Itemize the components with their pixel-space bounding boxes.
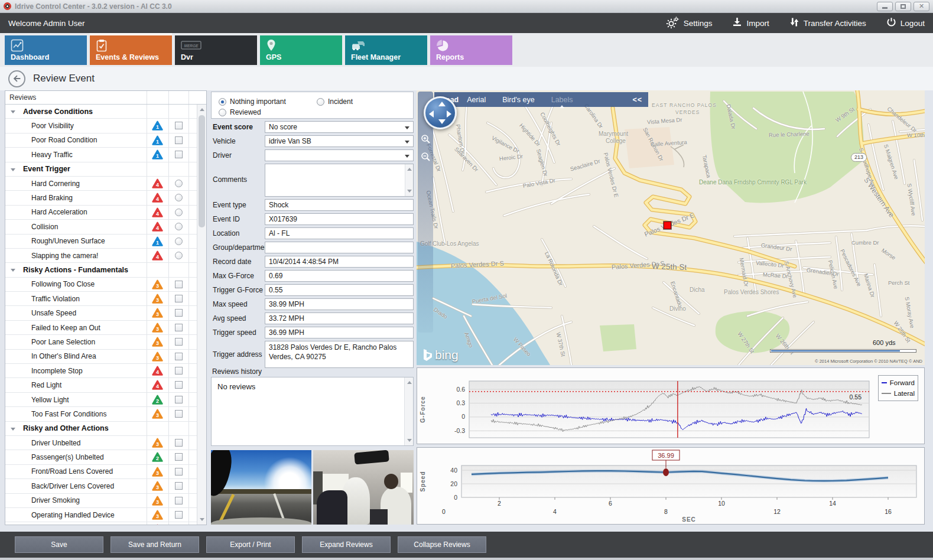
- field-driver[interactable]: [265, 149, 414, 161]
- field-comments[interactable]: [265, 164, 414, 197]
- item-checkbox[interactable]: [175, 295, 183, 302]
- scroll-up-icon[interactable]: [407, 168, 412, 171]
- pan-down-icon[interactable]: [438, 119, 446, 124]
- scrollbar-thumb[interactable]: [199, 115, 205, 227]
- nav-action-import[interactable]: Import: [732, 17, 769, 29]
- window-minimize-button[interactable]: [877, 2, 893, 11]
- field-vehicle[interactable]: idrive Van SB: [265, 135, 414, 147]
- tree-item-row[interactable]: Rough/Uneven Surface1: [5, 235, 206, 249]
- field-event-score[interactable]: No score: [265, 121, 414, 133]
- tree-item-row[interactable]: Driver Smoking3: [5, 494, 206, 508]
- nav-action-transfer-activities[interactable]: Transfer Activities: [789, 17, 866, 29]
- item-checkbox[interactable]: [175, 511, 183, 519]
- tree-group-row[interactable]: Event Trigger: [5, 162, 206, 177]
- reviews-tree-scrollbar[interactable]: [197, 105, 206, 525]
- field-event-id[interactable]: X017639: [265, 213, 414, 225]
- tree-item-row[interactable]: Poor Lane Selection3: [5, 335, 206, 349]
- reviews-history-scrollbar[interactable]: [404, 377, 413, 445]
- scroll-down-icon[interactable]: [407, 439, 412, 442]
- tree-item-row[interactable]: Poor Visibility1: [5, 119, 206, 133]
- item-checkbox[interactable]: [175, 439, 183, 447]
- scroll-up-icon[interactable]: [407, 381, 412, 384]
- field-max-g-force[interactable]: 0.69: [265, 270, 414, 282]
- item-checkbox[interactable]: [175, 338, 183, 346]
- pan-left-icon[interactable]: [429, 110, 434, 118]
- tree-group-row[interactable]: Adverse Conditions: [5, 105, 206, 119]
- back-button[interactable]: [8, 70, 25, 87]
- window-maximize-button[interactable]: [895, 2, 911, 11]
- field-location[interactable]: Al - FL: [265, 227, 414, 239]
- tree-item-row[interactable]: Driver Unbelted3: [5, 436, 206, 450]
- scroll-down-icon[interactable]: [407, 190, 412, 193]
- bing-logo[interactable]: bing: [421, 348, 459, 362]
- field-max-speed[interactable]: 38.99 MPH: [265, 298, 414, 310]
- map-view-aerial[interactable]: Aerial: [467, 96, 486, 104]
- tree-item-row[interactable]: Following Too Close3: [5, 278, 206, 292]
- item-checkbox[interactable]: [175, 367, 183, 375]
- item-checkbox[interactable]: [175, 281, 183, 288]
- item-checkbox[interactable]: [175, 468, 183, 476]
- map-collapse-button[interactable]: <<: [632, 96, 642, 104]
- expand-reviews-button[interactable]: Expand Reviews: [302, 536, 391, 553]
- collapse-arrow-icon[interactable]: [11, 168, 15, 171]
- tab-dvr[interactable]: MERGEDvr: [175, 35, 257, 65]
- item-radio[interactable]: [175, 180, 183, 187]
- textarea-scrollbar[interactable]: [405, 164, 413, 196]
- tab-fleet-manager[interactable]: Fleet Manager: [345, 35, 427, 65]
- export-print-button[interactable]: Export / Print: [206, 536, 295, 553]
- item-radio[interactable]: [175, 252, 183, 259]
- item-radio[interactable]: [175, 209, 183, 216]
- event-location-marker[interactable]: [664, 222, 671, 229]
- collapse-arrow-icon[interactable]: [11, 269, 15, 272]
- map-pan-control[interactable]: [424, 96, 457, 129]
- pan-up-icon[interactable]: [438, 102, 446, 106]
- tree-item-row[interactable]: In Other's Blind Area3: [5, 350, 206, 364]
- tree-item-row[interactable]: Traffic Violation3: [5, 292, 206, 306]
- field-trigger-g-force[interactable]: 0.55: [265, 284, 414, 296]
- tree-item-row[interactable]: Heavy Traffic1: [5, 148, 206, 162]
- item-radio[interactable]: [175, 223, 183, 230]
- scroll-up-icon[interactable]: [200, 108, 204, 111]
- tree-item-row[interactable]: Passenger/Abusive Environment4: [5, 522, 206, 525]
- item-checkbox[interactable]: [175, 453, 183, 461]
- window-close-button[interactable]: ✕: [914, 2, 929, 11]
- item-checkbox[interactable]: [175, 151, 183, 158]
- tree-item-row[interactable]: Poor Road Condition1: [5, 134, 206, 148]
- tree-item-row[interactable]: Failed to Keep an Out3: [5, 321, 206, 335]
- item-checkbox[interactable]: [175, 381, 183, 389]
- zoom-in-icon[interactable]: [421, 134, 431, 144]
- tree-group-row[interactable]: Risky and Other Actions: [5, 422, 206, 436]
- item-checkbox[interactable]: [175, 410, 183, 418]
- tree-item-row[interactable]: Red Light4: [5, 378, 206, 392]
- radio-icon[interactable]: [219, 109, 226, 116]
- tree-item-row[interactable]: Passenger(s) Unbelted2: [5, 450, 206, 464]
- map-view-bird-s-eye[interactable]: Bird's eye: [502, 96, 535, 104]
- tree-item-row[interactable]: Front/Road Lens Covered3: [5, 465, 206, 479]
- item-checkbox[interactable]: [175, 396, 183, 403]
- collapse-arrow-icon[interactable]: [11, 428, 15, 431]
- field-record-date[interactable]: 10/4/2014 4:48:54 PM: [265, 256, 414, 268]
- save-button[interactable]: Save: [15, 536, 103, 553]
- scroll-down-icon[interactable]: [200, 518, 204, 521]
- tab-events-reviews[interactable]: Events & Reviews: [90, 35, 172, 65]
- tree-item-row[interactable]: Hard Braking4: [5, 191, 206, 205]
- item-checkbox[interactable]: [175, 353, 183, 360]
- tree-item-row[interactable]: Too Fast For Conditions3: [5, 407, 206, 421]
- field-avg-speed[interactable]: 33.72 MPH: [265, 312, 414, 324]
- map-zoom-strip[interactable]: [418, 92, 433, 333]
- tree-item-row[interactable]: Unsafe Speed3: [5, 306, 206, 320]
- field-group-department[interactable]: [265, 242, 414, 253]
- tree-item-row[interactable]: Incomplete Stop4: [5, 364, 206, 378]
- tree-item-row[interactable]: Operating Handled Device3: [5, 508, 206, 522]
- item-checkbox[interactable]: [175, 497, 183, 504]
- tree-item-row[interactable]: Slapping the camera!4: [5, 249, 206, 263]
- nav-action-logout[interactable]: Logout: [886, 17, 925, 29]
- status-radio-reviewed[interactable]: Reviewed: [219, 108, 261, 116]
- field-event-type[interactable]: Shock: [265, 199, 414, 211]
- collapse-reviews-button[interactable]: Collapse Reviews: [398, 536, 486, 553]
- map-view-labels[interactable]: Labels: [551, 96, 573, 104]
- tree-item-row[interactable]: Hard Acceleration4: [5, 206, 206, 220]
- bing-map[interactable]: EAST RANCHO PALOSVERDESMarymountCollegeD…: [417, 90, 925, 365]
- tree-item-row[interactable]: Collision4: [5, 220, 206, 234]
- item-checkbox[interactable]: [175, 324, 183, 331]
